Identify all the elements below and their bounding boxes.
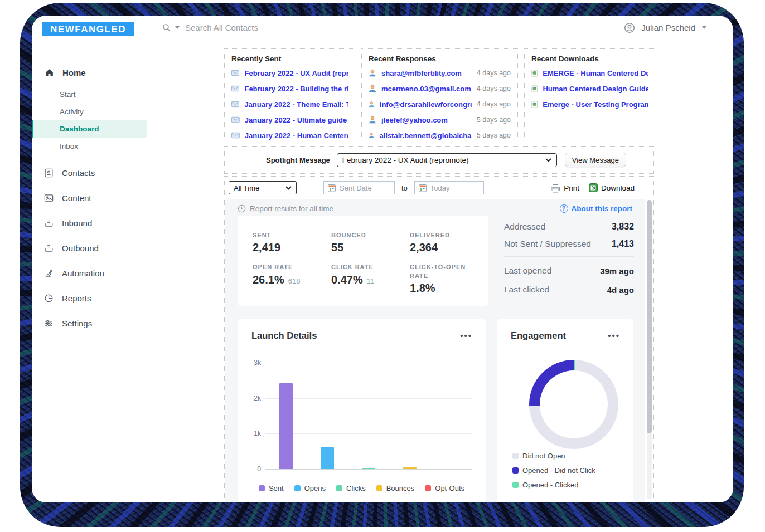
sent-message-link[interactable]: February 2022 - Building the right... xyxy=(244,85,348,93)
sent-message-link[interactable]: January 2022 - Ultimate guide to ... xyxy=(245,116,348,124)
search-input[interactable] xyxy=(185,23,364,32)
list-item: alistair.bennett@globalchangeand... 5 da… xyxy=(369,128,511,143)
download-link[interactable]: Emerge - User Testing Programs 2022 xyxy=(543,100,648,109)
engagement-menu-button[interactable]: ••• xyxy=(608,334,620,338)
download-link[interactable]: EMERGE - Human Centered Design G xyxy=(543,69,648,77)
about-this-report-link[interactable]: ? About this report xyxy=(560,204,633,213)
inbound-icon xyxy=(43,218,54,228)
sidebar-item-settings[interactable]: Settings xyxy=(32,311,147,336)
launch-menu-button[interactable]: ••• xyxy=(460,334,472,338)
sidebar: NEWFANGLED Home Start Activity Dashboard… xyxy=(32,16,147,502)
gridline xyxy=(265,433,472,434)
report-filter-row: All Time to Print xyxy=(225,177,653,199)
calendar-icon[interactable] xyxy=(328,184,336,192)
sent-date-field[interactable] xyxy=(323,181,395,194)
response-email-link[interactable]: alistair.bennett@globalchangeand... xyxy=(379,131,471,140)
search-scope-caret-icon[interactable] xyxy=(175,26,180,29)
engagement-title: Engagement xyxy=(511,330,566,341)
download-link[interactable]: Human Centered Design Guide and C xyxy=(543,85,648,93)
y-axis-tick: 2k xyxy=(244,394,261,402)
response-time: 5 days ago xyxy=(477,131,511,139)
engagement-card: Engagement ••• Did not OpenOpened - Did … xyxy=(497,319,633,502)
view-message-button[interactable]: View Message xyxy=(565,153,626,167)
response-time: 4 days ago xyxy=(477,100,511,108)
launch-details-title: Launch Details xyxy=(251,330,317,341)
end-date-field[interactable] xyxy=(414,181,484,194)
sent-message-link[interactable]: January 2022 - Theme Email: Topi... xyxy=(244,100,348,109)
recent-downloads-panel: Recent Downloads EMERGE - Human Centered… xyxy=(524,48,655,140)
legend-swatch xyxy=(376,485,382,491)
report-scrollbar xyxy=(647,200,652,499)
summary-block: Addressed 3,832 Not Sent / Suppressed 1,… xyxy=(504,218,634,299)
person-icon xyxy=(369,131,374,139)
stat-sub: 618 xyxy=(288,277,301,285)
report-body: Report results for all time ? About this… xyxy=(225,199,645,502)
response-email-link[interactable]: jleefef@yahoo.com xyxy=(381,116,448,124)
legend-label: Did not Open xyxy=(522,452,565,460)
summary-value: 3,832 xyxy=(612,222,634,232)
scrollbar-thumb[interactable] xyxy=(647,200,652,433)
list-item: Emerge - User Testing Programs 2022 xyxy=(531,96,648,112)
spotlight-label: Spotlight Message xyxy=(266,156,330,164)
date-range-select[interactable]: All Time xyxy=(229,181,297,194)
stat-label: DELIVERED xyxy=(410,231,477,240)
sidebar-settings-label: Settings xyxy=(62,319,92,328)
sidebar-item-outbound[interactable]: Outbound xyxy=(32,236,147,261)
list-item: January 2022 - Ultimate guide to ... xyxy=(231,112,348,128)
user-menu[interactable]: Julian Pscheid xyxy=(623,22,706,34)
recent-responses-panel: Recent Responses shara@mfbfertility.com … xyxy=(361,48,518,140)
to-label: to xyxy=(401,184,408,192)
search-icon[interactable] xyxy=(162,23,172,33)
sent-message-link[interactable]: January 2022 - Human Centered ... xyxy=(245,131,348,140)
sidebar-item-automation[interactable]: Automation xyxy=(32,261,147,286)
legend-swatch xyxy=(425,485,431,491)
gridline xyxy=(265,363,472,363)
sidebar-item-inbound[interactable]: Inbound xyxy=(32,211,147,236)
legend-swatch xyxy=(512,467,519,474)
summary-value: 1,413 xyxy=(612,239,634,249)
end-date-input[interactable] xyxy=(430,184,478,192)
document-globe-icon xyxy=(531,100,538,109)
sidebar-item-reports[interactable]: Reports xyxy=(32,286,147,311)
response-email-link[interactable]: mcermeno.03@gmail.com xyxy=(381,85,471,93)
calendar-icon[interactable] xyxy=(419,184,427,192)
sidebar-item-contacts[interactable]: Contacts xyxy=(32,160,147,186)
legend-label: Opened - Clicked xyxy=(522,481,578,489)
search-group[interactable] xyxy=(162,23,180,33)
clock-icon xyxy=(238,204,246,213)
list-item: January 2022 - Human Centered ... xyxy=(231,128,348,143)
about-link-label: About this report xyxy=(572,204,633,213)
spotlight-message-select[interactable]: February 2022 - UX Audit (repromote) xyxy=(337,153,557,167)
user-avatar-icon xyxy=(623,22,636,34)
topbar: Julian Pscheid xyxy=(147,16,733,40)
recent-downloads-title: Recent Downloads xyxy=(531,55,648,63)
print-button[interactable]: Print xyxy=(550,183,579,193)
list-item: info@drsarahliewforcongress.com 4 days a… xyxy=(369,96,511,112)
sidebar-item-start[interactable]: Start xyxy=(32,86,147,103)
sidebar-item-dashboard[interactable]: Dashboard xyxy=(32,120,147,138)
response-email-link[interactable]: shara@mfbfertility.com xyxy=(381,69,462,77)
automation-icon xyxy=(43,268,54,279)
activity-value: 4d ago xyxy=(607,285,634,295)
stat-label: CLICK-TO-OPEN RATE xyxy=(410,263,477,280)
legend-item: Opened - Clicked xyxy=(512,481,595,489)
home-icon xyxy=(44,67,55,78)
sidebar-item-inbox[interactable]: Inbox xyxy=(32,138,147,155)
legend-item: Did not Open xyxy=(512,452,595,460)
report-results-note: Report results for all time xyxy=(238,204,333,213)
sidebar-item-home[interactable]: Home xyxy=(32,63,147,82)
sent-message-link[interactable]: February 2022 - UX Audit (reprom... xyxy=(244,69,348,77)
sent-date-input[interactable] xyxy=(340,184,387,192)
envelope-icon xyxy=(231,85,239,92)
sidebar-item-activity[interactable]: Activity xyxy=(32,103,147,120)
sidebar-item-content[interactable]: Content xyxy=(32,186,147,211)
legend-item: Opens xyxy=(294,484,326,492)
download-button[interactable]: Download xyxy=(589,183,635,192)
legend-item: Opt-Outs xyxy=(425,484,464,492)
stat-label: SENT xyxy=(253,231,319,240)
legend-swatch xyxy=(259,485,265,491)
sidebar-automation-label: Automation xyxy=(62,269,104,278)
chevron-down-icon xyxy=(285,186,292,190)
sidebar-content-label: Content xyxy=(62,193,91,203)
response-email-link[interactable]: info@drsarahliewforcongress.com xyxy=(380,100,472,109)
